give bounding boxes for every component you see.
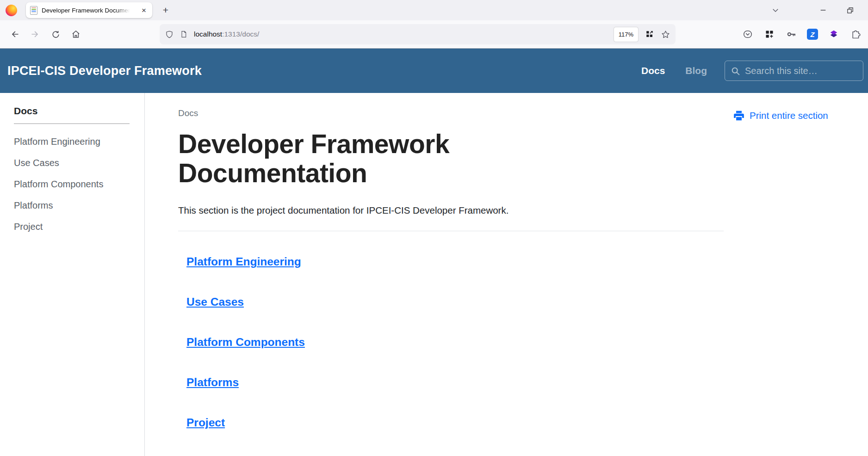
search-icon <box>731 66 740 76</box>
list-all-tabs-chevron-icon[interactable] <box>769 4 782 17</box>
firefox-logo-icon[interactable] <box>6 5 17 16</box>
zoom-level-indicator[interactable]: 117% <box>614 27 638 42</box>
extensions-icon[interactable] <box>763 28 775 40</box>
breadcrumb[interactable]: Docs <box>178 108 724 118</box>
site-search-box[interactable] <box>725 61 863 81</box>
url-bar[interactable]: localhost:1313/docs/ 117% <box>160 24 676 44</box>
intro-paragraph: This section is the project documentatio… <box>178 205 724 216</box>
sidebar-divider <box>14 123 130 124</box>
site-nav: Docs Blog <box>641 65 707 76</box>
bookmark-star-icon[interactable] <box>661 30 670 39</box>
docs-sidebar: Docs Platform Engineering Use Cases Plat… <box>0 93 145 456</box>
sidebar-item-project[interactable]: Project <box>14 222 135 232</box>
window-restore-button[interactable] <box>844 4 856 16</box>
sidebar-item-platform-engineering[interactable]: Platform Engineering <box>14 136 135 147</box>
section-link-project[interactable]: Project <box>186 416 225 429</box>
sidebar-item-platform-components[interactable]: Platform Components <box>14 179 135 190</box>
main-content: Docs Developer Framework Documentation T… <box>145 93 733 456</box>
right-rail: Print entire section <box>733 93 868 456</box>
nav-link-docs[interactable]: Docs <box>641 65 665 76</box>
window-controls <box>769 4 868 17</box>
url-path: :1313/docs/ <box>222 30 259 38</box>
zotero-extension-icon[interactable]: Z <box>807 29 818 40</box>
url-text: localhost:1313/docs/ <box>194 30 259 38</box>
content-divider <box>178 231 724 231</box>
tab-close-icon[interactable]: × <box>140 6 148 15</box>
tracking-shield-icon[interactable] <box>165 30 174 39</box>
reload-button[interactable] <box>48 27 63 42</box>
puzzle-extension-icon[interactable] <box>849 28 862 40</box>
pocket-icon[interactable] <box>742 28 754 40</box>
sidebar-item-use-cases[interactable]: Use Cases <box>14 158 135 168</box>
new-tab-button[interactable]: + <box>159 3 173 17</box>
browser-tab-strip: Developer Framework Documentation × + <box>0 0 868 20</box>
extension-page-action-icon[interactable] <box>645 30 654 38</box>
page-body: Docs Platform Engineering Use Cases Plat… <box>0 93 868 456</box>
page-info-icon[interactable] <box>180 30 187 38</box>
toolbar-extensions-area: Z <box>742 28 862 40</box>
page-title: Developer Framework Documentation <box>178 129 558 187</box>
purple-layers-extension-icon[interactable] <box>828 28 840 40</box>
sidebar-nav-list: Platform Engineering Use Cases Platform … <box>14 136 135 232</box>
home-button[interactable] <box>68 27 83 42</box>
site-brand[interactable]: IPCEI-CIS Developer Framework <box>7 64 202 78</box>
section-link-platforms[interactable]: Platforms <box>186 376 239 389</box>
page-favicon-icon <box>30 6 37 15</box>
forward-button[interactable] <box>28 27 43 42</box>
site-navbar: IPCEI-CIS Developer Framework Docs Blog <box>0 49 868 93</box>
url-host: localhost <box>194 30 222 38</box>
sidebar-heading[interactable]: Docs <box>14 105 135 117</box>
section-link-use-cases[interactable]: Use Cases <box>186 296 244 308</box>
section-link-platform-components[interactable]: Platform Components <box>186 336 305 349</box>
browser-toolbar: localhost:1313/docs/ 117% <box>0 20 868 49</box>
browser-tab[interactable]: Developer Framework Documentation × <box>26 2 152 18</box>
print-section-label: Print entire section <box>750 110 828 121</box>
search-input[interactable] <box>745 66 851 76</box>
printer-icon <box>733 110 745 122</box>
section-link-platform-engineering[interactable]: Platform Engineering <box>186 255 301 268</box>
nav-link-blog[interactable]: Blog <box>685 65 707 76</box>
sidebar-item-platforms[interactable]: Platforms <box>14 200 135 211</box>
tab-title: Developer Framework Documentation <box>42 7 132 14</box>
password-key-icon[interactable] <box>785 28 797 40</box>
window-minimize-button[interactable] <box>817 4 829 16</box>
back-button[interactable] <box>7 27 22 42</box>
print-section-link[interactable]: Print entire section <box>733 110 868 122</box>
